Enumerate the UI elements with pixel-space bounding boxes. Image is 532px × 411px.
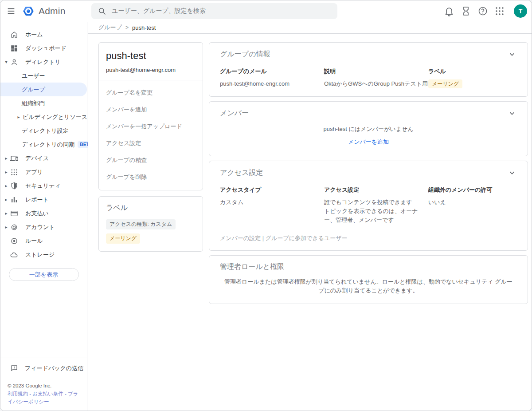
- sidebar-item-label: ルール: [25, 237, 43, 245]
- tasks-hourglass-icon[interactable]: [461, 6, 471, 16]
- sidebar-item-home[interactable]: ホーム: [0, 28, 87, 41]
- sidebar-item-reports[interactable]: ▸レポート: [0, 193, 87, 206]
- sidebar-item-directory-sync[interactable]: ディレクトリの同期BETA: [0, 138, 87, 151]
- group-profile-header: push-test push-test@home-engr.com: [99, 43, 203, 80]
- panel-column: グループのメールpush-test@home-engr.com: [220, 67, 324, 88]
- group-info-panel: グループの情報 グループのメールpush-test@home-engr.com説…: [209, 42, 528, 97]
- dashboard-icon: [10, 44, 18, 52]
- members-title: メンバー: [220, 109, 249, 118]
- copyright-text: © 2023 Google Inc.: [0, 378, 87, 388]
- at-icon: [10, 223, 18, 231]
- caret-right-icon[interactable]: ▸: [3, 197, 9, 202]
- group-action-item[interactable]: グループを削除: [99, 169, 203, 186]
- caret-right-icon[interactable]: ▸: [3, 211, 9, 216]
- group-info-grid: グループのメールpush-test@home-engr.com説明OktaからG…: [220, 67, 517, 88]
- sidebar-item-users[interactable]: ユーザー: [0, 69, 87, 83]
- access-settings-panel: アクセス設定 アクセスタイプカスタムアクセス設定誰でもコンテンツを投稿できますト…: [209, 161, 528, 250]
- sidebar-item-security[interactable]: ▸セキュリティ: [0, 179, 87, 193]
- panel-column: アクセスタイプカスタム: [220, 186, 324, 225]
- sidebar-item-label: レポート: [25, 196, 49, 204]
- column-header: グループのメール: [220, 67, 324, 75]
- apps-grid-icon[interactable]: [494, 6, 505, 16]
- content-area: push-test push-test@home-engr.com グループ名を…: [88, 34, 532, 308]
- sidebar-item-label: ホーム: [25, 31, 43, 39]
- show-less-button[interactable]: 一部を表示: [9, 268, 79, 281]
- column-header: ラベル: [428, 67, 517, 75]
- panel-column: 説明OktaからGWSへのGroup Pushテスト用グ...: [324, 67, 428, 88]
- sidebar-item-rules[interactable]: ルール: [0, 234, 87, 248]
- column-header: 説明: [324, 67, 428, 75]
- panel-column: ラベルメーリング: [428, 67, 517, 88]
- sidebar-item-directory[interactable]: ▾ディレクトリ: [0, 55, 87, 69]
- legal-links: 利用規約 - お支払い条件 - プライバシーポリシー: [0, 388, 87, 406]
- top-app-bar: Admin ユーザー、グループ、設定を検索 T: [0, 0, 532, 22]
- column-value: いいえ: [428, 198, 517, 207]
- search-input[interactable]: ユーザー、グループ、設定を検索: [91, 3, 337, 19]
- sidebar-item-apps[interactable]: ▸アプリ: [0, 165, 87, 179]
- caret-down-icon[interactable]: ▾: [3, 59, 9, 64]
- feedback-icon: [10, 364, 18, 372]
- person-icon: [10, 58, 18, 66]
- access-footer-links: メンバーの設定 | グループに参加できるユーザー: [220, 234, 517, 242]
- target-icon: [10, 237, 18, 245]
- sidebar-item-label: グループ: [22, 86, 45, 94]
- sidebar-item-label: ディレクトリ設定: [22, 127, 69, 135]
- help-icon[interactable]: [477, 6, 488, 16]
- chevron-down-icon[interactable]: [507, 108, 517, 118]
- chevron-down-icon[interactable]: [507, 168, 517, 178]
- group-action-item[interactable]: アクセス設定: [99, 135, 203, 152]
- add-members-link[interactable]: メンバーを追加: [220, 138, 517, 146]
- devices-icon: [10, 154, 18, 162]
- access-footer-link[interactable]: グループに参加できるユーザー: [266, 235, 348, 241]
- sidebar-item-devices[interactable]: ▸デバイス: [0, 151, 87, 165]
- legal-link[interactable]: お支払い条件: [32, 391, 63, 396]
- right-column: グループの情報 グループのメールpush-test@home-engr.com説…: [209, 42, 528, 308]
- chart-icon: [10, 196, 18, 204]
- admin-roles-panel: 管理者ロールと権限 管理者ロールまたは管理者権限が割り当てられていません。ロール…: [209, 255, 528, 304]
- admin-console-window: Admin ユーザー、グループ、設定を検索 T ホームダッシュボード▾ディレクト…: [0, 0, 532, 411]
- sidebar-item-directory-settings[interactable]: ディレクトリ設定: [0, 124, 87, 138]
- avatar[interactable]: T: [514, 4, 527, 18]
- label-chip: アクセスの種類: カスタム: [106, 219, 176, 229]
- sidebar-item-storage[interactable]: ストレージ: [0, 248, 87, 261]
- menu-icon[interactable]: [0, 0, 22, 22]
- sidebar-item-label: お支払い: [25, 209, 49, 217]
- sidebar-item-buildings-resources[interactable]: ▸ビルディングとリソース: [0, 110, 87, 124]
- group-action-item[interactable]: グループの精査: [99, 152, 203, 169]
- sidebar-item-groups[interactable]: グループ: [0, 83, 87, 96]
- breadcrumb-groups-link[interactable]: グループ: [98, 24, 122, 32]
- sidebar-item-label: ディレクトリ: [25, 58, 61, 66]
- group-action-item[interactable]: グループ名を変更: [99, 84, 203, 101]
- breadcrumb: グループ > push-test: [88, 22, 532, 34]
- caret-right-icon[interactable]: ▸: [3, 225, 9, 229]
- access-settings-grid: アクセスタイプカスタムアクセス設定誰でもコンテンツを投稿できますトピックを表示で…: [220, 186, 517, 225]
- chevron-down-icon[interactable]: [507, 49, 517, 59]
- label-chips: アクセスの種類: カスタムメーリング: [106, 219, 196, 244]
- sidebar-item-billing[interactable]: ▸お支払い: [0, 206, 87, 220]
- sidebar-footer: フィードバックの送信 © 2023 Google Inc. 利用規約 - お支払…: [0, 357, 87, 411]
- group-profile-card: push-test push-test@home-engr.com グループ名を…: [98, 42, 203, 190]
- app-name: Admin: [39, 6, 66, 16]
- group-action-item[interactable]: メンバーを追加: [99, 101, 203, 118]
- legal-link[interactable]: 利用規約: [8, 391, 28, 396]
- sidebar-item-dashboard[interactable]: ダッシュボード: [0, 41, 87, 55]
- access-footer-link[interactable]: メンバーの設定: [220, 235, 261, 241]
- column-value: 誰でもコンテンツを投稿できます: [324, 198, 428, 207]
- caret-right-icon[interactable]: ▸: [16, 115, 22, 119]
- panel-column: 組織外のメンバーの許可いいえ: [428, 186, 517, 225]
- sidebar-item-label: ユーザー: [22, 72, 45, 80]
- send-feedback-button[interactable]: フィードバックの送信: [0, 359, 87, 378]
- home-icon: [10, 31, 18, 39]
- column-value: push-test@home-engr.com: [220, 79, 324, 88]
- admin-logo[interactable]: Admin: [22, 4, 66, 18]
- group-info-title: グループの情報: [220, 50, 270, 59]
- caret-right-icon[interactable]: ▸: [3, 156, 9, 161]
- admin-roles-text: 管理者ロールまたは管理者権限が割り当てられていません。ロールと権限は、動的でない…: [220, 277, 517, 296]
- caret-right-icon[interactable]: ▸: [3, 170, 9, 174]
- caret-right-icon[interactable]: ▸: [3, 183, 9, 188]
- sidebar-item-org-units[interactable]: 組織部門: [0, 96, 87, 110]
- card-icon: [10, 209, 18, 217]
- notifications-icon[interactable]: [444, 6, 454, 16]
- sidebar-item-account[interactable]: ▸アカウント: [0, 220, 87, 234]
- group-action-item[interactable]: メンバーを一括アップロード: [99, 118, 203, 135]
